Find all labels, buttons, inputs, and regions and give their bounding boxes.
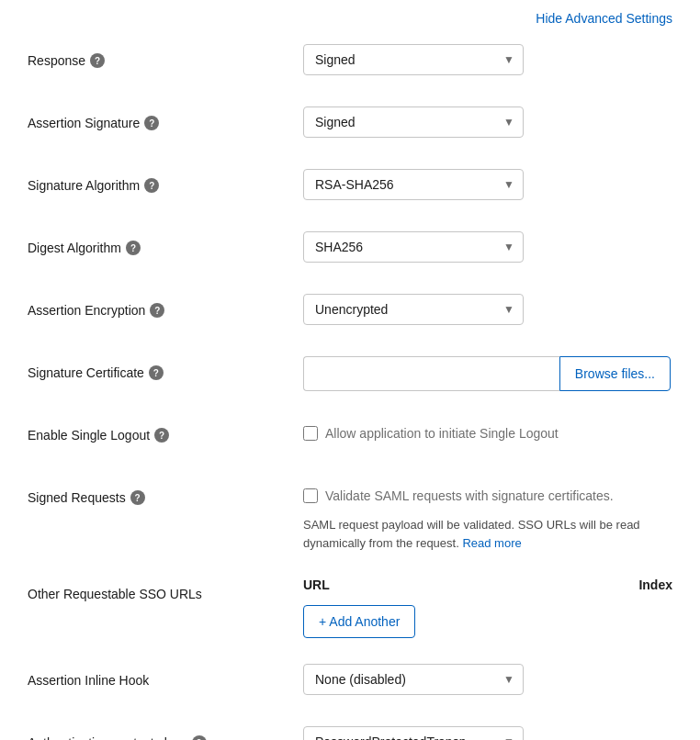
digest-algorithm-help-icon[interactable]: ? [126, 241, 141, 255]
browse-files-button[interactable]: Browse files... [559, 356, 671, 391]
assertion-signature-control: Signed Unsigned ▼ [303, 107, 672, 138]
assertion-signature-help-icon[interactable]: ? [144, 116, 159, 130]
file-input-group: Browse files... [303, 356, 671, 391]
signature-algorithm-control: RSA-SHA256 RSA-SHA1 ▼ [303, 169, 672, 200]
signature-algorithm-help-icon[interactable]: ? [144, 178, 159, 193]
signed-requests-checkbox-label: Validate SAML requests with signature ce… [325, 488, 614, 503]
sso-index-column-header: Index [638, 577, 672, 592]
assertion-inline-hook-select[interactable]: None (disabled) [303, 664, 524, 695]
assertion-inline-hook-select-wrapper: None (disabled) ▼ [303, 664, 524, 695]
signature-certificate-label: Signature Certificate ? [28, 356, 303, 380]
signature-algorithm-label: Signature Algorithm ? [28, 169, 303, 193]
assertion-encryption-select[interactable]: Unencrypted Encrypted [303, 294, 524, 325]
authentication-context-class-select-wrapper: PasswordProtectedTransp... ▼ [303, 726, 524, 740]
assertion-encryption-control: Unencrypted Encrypted ▼ [303, 294, 672, 325]
enable-single-logout-checkbox-group: Allow application to initiate Single Log… [303, 419, 672, 441]
signed-requests-label: Signed Requests ? [28, 481, 303, 505]
signed-requests-help-icon[interactable]: ? [130, 490, 145, 505]
assertion-encryption-select-wrapper: Unencrypted Encrypted ▼ [303, 294, 524, 325]
enable-single-logout-help-icon[interactable]: ? [154, 428, 169, 443]
assertion-signature-row: Assertion Signature ? Signed Unsigned ▼ [28, 107, 672, 143]
response-control: Signed Unsigned ▼ [303, 44, 672, 75]
assertion-signature-label: Assertion Signature ? [28, 107, 303, 130]
assertion-inline-hook-control: None (disabled) ▼ [303, 664, 672, 695]
add-another-button[interactable]: + Add Another [303, 605, 415, 638]
digest-algorithm-select[interactable]: SHA256 SHA1 [303, 231, 524, 263]
enable-single-logout-control: Allow application to initiate Single Log… [303, 419, 672, 441]
authentication-context-class-label: Authentication context class ? [28, 726, 303, 740]
digest-algorithm-select-wrapper: SHA256 SHA1 ▼ [303, 231, 524, 263]
assertion-signature-select-wrapper: Signed Unsigned ▼ [303, 107, 524, 138]
sso-urls-row: Other Requestable SSO URLs URL Index + A… [28, 577, 672, 638]
digest-algorithm-row: Digest Algorithm ? SHA256 SHA1 ▼ [28, 231, 672, 268]
sso-urls-label: Other Requestable SSO URLs [28, 577, 303, 601]
enable-single-logout-label: Enable Single Logout ? [28, 419, 303, 443]
digest-algorithm-label: Digest Algorithm ? [28, 231, 303, 255]
digest-algorithm-control: SHA256 SHA1 ▼ [303, 231, 672, 263]
signature-algorithm-select[interactable]: RSA-SHA256 RSA-SHA1 [303, 169, 524, 200]
sso-url-column-header: URL [303, 577, 330, 592]
signed-requests-row: Signed Requests ? Validate SAML requests… [28, 481, 672, 552]
authentication-context-class-control: PasswordProtectedTransp... ▼ [303, 726, 672, 740]
sso-urls-content: URL Index + Add Another [303, 577, 672, 638]
enable-single-logout-row: Enable Single Logout ? Allow application… [28, 419, 672, 455]
signature-certificate-control: Browse files... [303, 356, 672, 391]
signed-requests-top: Signed Requests ? Validate SAML requests… [28, 481, 672, 505]
signature-certificate-help-icon[interactable]: ? [149, 365, 164, 380]
authentication-context-class-row: Authentication context class ? PasswordP… [28, 726, 672, 740]
signature-algorithm-row: Signature Algorithm ? RSA-SHA256 RSA-SHA… [28, 169, 672, 206]
response-help-icon[interactable]: ? [90, 53, 105, 68]
assertion-encryption-help-icon[interactable]: ? [150, 303, 164, 318]
signed-requests-checkbox[interactable] [303, 488, 318, 503]
hide-advanced-settings-link[interactable]: Hide Advanced Settings [536, 11, 672, 26]
assertion-inline-hook-row: Assertion Inline Hook None (disabled) ▼ [28, 664, 672, 701]
authentication-context-class-select[interactable]: PasswordProtectedTransp... [303, 726, 524, 740]
authentication-context-class-help-icon[interactable]: ? [192, 735, 207, 740]
signature-certificate-input[interactable] [303, 356, 559, 391]
signed-requests-checkbox-group: Validate SAML requests with signature ce… [303, 481, 672, 503]
signature-algorithm-select-wrapper: RSA-SHA256 RSA-SHA1 ▼ [303, 169, 524, 200]
response-select[interactable]: Signed Unsigned [303, 44, 524, 75]
assertion-encryption-row: Assertion Encryption ? Unencrypted Encry… [28, 294, 672, 331]
signed-requests-control: Validate SAML requests with signature ce… [303, 481, 672, 503]
enable-single-logout-checkbox[interactable] [303, 426, 318, 441]
assertion-signature-select[interactable]: Signed Unsigned [303, 107, 524, 138]
response-select-wrapper: Signed Unsigned ▼ [303, 44, 524, 75]
read-more-link[interactable]: Read more [462, 536, 521, 550]
assertion-encryption-label: Assertion Encryption ? [28, 294, 303, 318]
response-row: Response ? Signed Unsigned ▼ [28, 44, 672, 81]
signature-certificate-row: Signature Certificate ? Browse files... [28, 356, 672, 393]
saml-note: SAML request payload will be validated. … [303, 516, 672, 552]
enable-single-logout-checkbox-label: Allow application to initiate Single Log… [325, 426, 559, 441]
sso-urls-header: URL Index [303, 577, 672, 601]
response-label: Response ? [28, 44, 303, 68]
assertion-inline-hook-label: Assertion Inline Hook [28, 664, 303, 688]
